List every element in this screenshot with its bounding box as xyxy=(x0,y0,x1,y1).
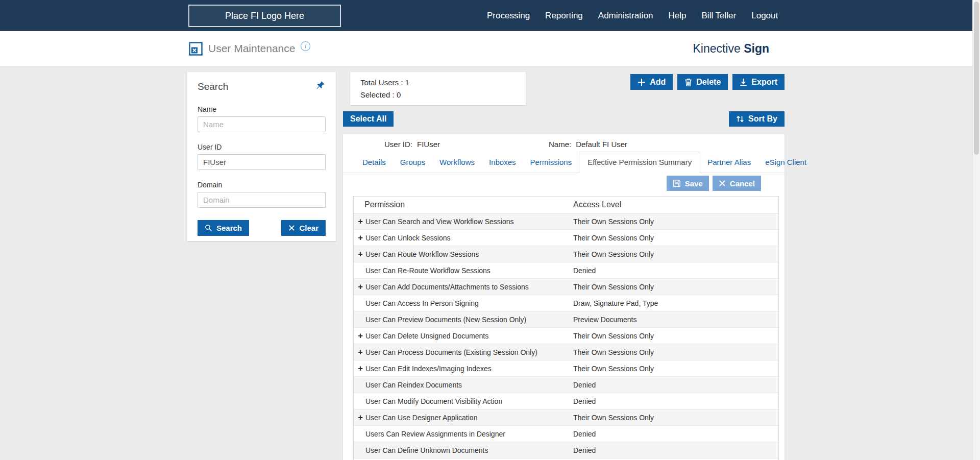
permission-name: User Can Unlock Sessions xyxy=(365,234,573,242)
select-all-button[interactable]: Select All xyxy=(343,111,394,127)
permission-name: User Can Define Unknown Documents xyxy=(365,446,573,454)
expand-icon[interactable]: + xyxy=(354,364,365,373)
user-name-value: Default FI User xyxy=(576,140,627,149)
domain-label: Domain xyxy=(198,181,326,189)
table-row[interactable]: User Can Access In Person SigningDraw, S… xyxy=(354,295,778,311)
cancel-button[interactable]: Cancel xyxy=(713,176,761,191)
permission-name: User Can Access In Person Signing xyxy=(365,299,573,307)
nav-processing[interactable]: Processing xyxy=(487,11,530,21)
search-panel-title: Search xyxy=(198,81,228,92)
close-icon xyxy=(719,180,726,187)
nav-administration[interactable]: Administration xyxy=(598,11,653,21)
expand-icon[interactable]: + xyxy=(354,233,365,242)
nav-logout[interactable]: Logout xyxy=(751,11,778,21)
permission-name: User Can Search and View Workflow Sessio… xyxy=(365,217,573,226)
tab-inboxes[interactable]: Inboxes xyxy=(482,152,523,173)
permission-name: User Can Use Designer Application xyxy=(365,414,573,422)
add-button[interactable]: Add xyxy=(630,74,673,90)
scrollbar[interactable] xyxy=(972,0,980,460)
permission-name: User Can Route Workflow Sessions xyxy=(365,250,573,258)
brand-bold: Sign xyxy=(744,42,769,56)
domain-input[interactable] xyxy=(198,192,326,208)
subheader: User Maintenance i Kinective Sign xyxy=(0,31,972,66)
nav-help[interactable]: Help xyxy=(669,11,687,21)
toolbar: Add Delete Export xyxy=(630,74,785,90)
access-level: Draw, Signature Pad, Type xyxy=(573,299,778,307)
table-row[interactable]: +User Can Process Documents (Existing Se… xyxy=(354,344,778,360)
topbar-nav: ProcessingReportingAdministrationHelpBil… xyxy=(487,0,778,31)
table-header: Permission Access Level xyxy=(354,197,778,213)
tab-esign-client[interactable]: eSign Client xyxy=(758,152,814,173)
access-level: Denied xyxy=(573,446,778,454)
user-name-label: Name: xyxy=(549,140,571,149)
tab-workflows[interactable]: Workflows xyxy=(432,152,482,173)
permission-name: User Can Add Documents/Attachments to Se… xyxy=(365,283,573,291)
save-button[interactable]: Save xyxy=(667,176,709,191)
table-row[interactable]: Users Can Review Assignments in Designer… xyxy=(354,426,778,442)
access-level: Denied xyxy=(573,267,778,275)
page-title: User Maintenance xyxy=(208,42,295,55)
tab-permissions[interactable]: Permissions xyxy=(523,152,579,173)
brand-regular: Kinective xyxy=(693,42,740,56)
select-all-label: Select All xyxy=(350,114,386,124)
info-icon[interactable]: i xyxy=(301,41,310,51)
search-button-label: Search xyxy=(216,224,242,232)
save-button-label: Save xyxy=(685,179,703,188)
tab-partner-alias[interactable]: Partner Alias xyxy=(700,152,758,173)
table-row[interactable]: +User Can Add Documents/Attachments to S… xyxy=(354,279,778,295)
table-row[interactable]: +User Can Use Designer ApplicationTheir … xyxy=(354,409,778,426)
table-row[interactable]: +User Can Delete Unsigned DocumentsTheir… xyxy=(354,328,778,344)
delete-button[interactable]: Delete xyxy=(677,74,728,90)
summary-card: Total Users : 1 Selected : 0 xyxy=(350,72,526,105)
expand-icon[interactable]: + xyxy=(354,348,365,356)
tab-details[interactable]: Details xyxy=(355,152,393,173)
user-detail-panel: User ID: FIUser Name: Default FI User De… xyxy=(343,134,785,460)
pin-icon[interactable] xyxy=(315,80,326,90)
access-level: Their Own Sessions Only xyxy=(573,348,778,356)
tab-effective-permission-summary[interactable]: Effective Permission Summary xyxy=(579,152,700,173)
clear-button[interactable]: Clear xyxy=(281,220,326,236)
tab-groups[interactable]: Groups xyxy=(393,152,432,173)
clear-button-label: Clear xyxy=(299,224,318,232)
access-level: Their Own Sessions Only xyxy=(573,283,778,291)
expand-icon[interactable]: + xyxy=(354,282,365,291)
expand-icon[interactable]: + xyxy=(354,217,365,226)
table-row[interactable]: User Can Reindex DocumentsDenied xyxy=(354,377,778,393)
table-row[interactable]: User Can Re-Route Workflow SessionsDenie… xyxy=(354,262,778,279)
nav-bill-teller[interactable]: Bill Teller xyxy=(702,11,737,21)
nav-reporting[interactable]: Reporting xyxy=(545,11,583,21)
add-button-label: Add xyxy=(650,78,666,87)
export-button[interactable]: Export xyxy=(732,74,785,90)
cancel-button-label: Cancel xyxy=(730,179,755,188)
brand-logo: Kinective Sign xyxy=(693,31,769,66)
selected-text: Selected : 0 xyxy=(360,89,516,101)
access-level-header: Access Level xyxy=(573,200,778,209)
expand-icon[interactable]: + xyxy=(354,250,365,258)
sort-by-button[interactable]: Sort By xyxy=(729,111,785,127)
table-row[interactable]: User Can Define Unknown DocumentsDenied xyxy=(354,442,778,458)
table-row[interactable]: +User Can Route Workflow SessionsTheir O… xyxy=(354,246,778,262)
table-row[interactable]: +User Can Unlock SessionsTheir Own Sessi… xyxy=(354,230,778,246)
sort-icon xyxy=(736,115,744,123)
table-row[interactable]: +User Can Search and View Workflow Sessi… xyxy=(354,213,778,230)
export-button-label: Export xyxy=(751,78,777,87)
permission-name: User Can Reindex Documents xyxy=(365,381,573,389)
permission-name: User Can Process Documents (Existing Ses… xyxy=(365,348,573,356)
permissions-rows: +User Can Search and View Workflow Sessi… xyxy=(354,213,778,458)
access-level: Their Own Sessions Only xyxy=(573,217,778,226)
delete-button-label: Delete xyxy=(696,78,721,87)
search-button[interactable]: Search xyxy=(198,220,249,236)
expand-icon[interactable]: + xyxy=(354,413,365,422)
permission-header: Permission xyxy=(354,200,573,209)
permissions-table: Permission Access Level +User Can Search… xyxy=(353,196,779,460)
table-row[interactable]: User Can Modify Document Visibility Acti… xyxy=(354,393,778,409)
userid-label: User ID xyxy=(198,143,326,151)
scrollbar-thumb[interactable] xyxy=(974,2,979,155)
user-id-value: FIUser xyxy=(417,140,440,149)
search-panel: Search Name User ID Domain Search Clear xyxy=(187,72,336,241)
table-row[interactable]: +User Can Edit Indexes/Imaging IndexesTh… xyxy=(354,360,778,377)
expand-icon[interactable]: + xyxy=(354,331,365,340)
table-row[interactable]: User Can Preview Documents (New Session … xyxy=(354,311,778,328)
userid-input[interactable] xyxy=(198,154,326,170)
name-input[interactable] xyxy=(198,116,326,132)
